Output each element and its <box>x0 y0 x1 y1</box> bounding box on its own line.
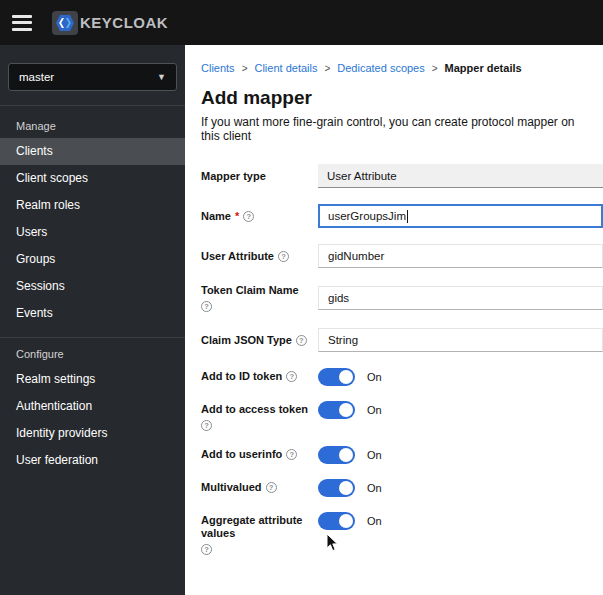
breadcrumb: Clients > Client details > Dedicated sco… <box>201 62 603 74</box>
add-mapper-form: Mapper type User Attribute Name * userGr… <box>201 164 603 595</box>
name-row: Name * userGroupsJim <box>201 204 603 228</box>
toggle-state-label: On <box>367 515 382 527</box>
token-claim-name-label: Token Claim Name <box>201 284 318 312</box>
realm-selector[interactable]: master ▼ <box>8 63 177 91</box>
sidebar-item-users[interactable]: Users <box>0 219 185 246</box>
chevron-down-icon: ▼ <box>157 72 166 82</box>
realm-name: master <box>19 71 54 83</box>
mapper-type-row: Mapper type User Attribute <box>201 164 603 188</box>
sidebar-item-events[interactable]: Events <box>0 300 185 327</box>
breadcrumb-separator: > <box>432 63 438 74</box>
user-attribute-input[interactable]: gidNumber <box>318 244 603 268</box>
help-icon[interactable] <box>286 371 297 382</box>
help-icon[interactable] <box>278 251 289 262</box>
main-content: Clients > Client details > Dedicated sco… <box>185 45 603 595</box>
add-to-id-token-label: Add to ID token <box>201 370 318 383</box>
sidebar-item-identity-providers[interactable]: Identity providers <box>0 420 185 447</box>
name-input[interactable]: userGroupsJim <box>318 204 603 228</box>
multivalued-toggle[interactable] <box>318 479 355 497</box>
sidebar-nav: Manage Clients Client scopes Realm roles… <box>0 105 185 474</box>
help-icon[interactable] <box>201 544 212 555</box>
add-to-userinfo-label: Add to userinfo <box>201 448 318 461</box>
page-subtitle: If you want more fine-grain control, you… <box>201 115 587 143</box>
aggregate-attribute-values-toggle[interactable] <box>318 512 355 530</box>
breadcrumb-client-details[interactable]: Client details <box>254 62 317 74</box>
keycloak-logo-icon <box>52 11 78 35</box>
multivalued-row: Multivalued On <box>201 479 603 497</box>
help-icon[interactable] <box>266 482 277 493</box>
text-caret <box>407 210 408 223</box>
aggregate-attribute-values-label: Aggregate attribute values <box>201 514 318 555</box>
help-icon[interactable] <box>201 420 212 431</box>
toggle-state-label: On <box>367 482 382 494</box>
add-to-id-token-toggle[interactable] <box>318 368 355 386</box>
sidebar-item-client-scopes[interactable]: Client scopes <box>0 165 185 192</box>
add-to-access-token-row: Add to access token On <box>201 401 603 431</box>
nav-section-configure: Configure <box>0 338 185 366</box>
add-to-id-token-row: Add to ID token On <box>201 368 603 386</box>
user-attribute-row: User Attribute gidNumber <box>201 244 603 268</box>
sidebar-item-authentication[interactable]: Authentication <box>0 393 185 420</box>
aggregate-attribute-values-row: Aggregate attribute values On <box>201 512 603 555</box>
toggle-state-label: On <box>367 449 382 461</box>
breadcrumb-separator: > <box>324 63 330 74</box>
help-icon[interactable] <box>296 335 307 346</box>
help-icon[interactable] <box>286 449 297 460</box>
topbar: KEYCLOAK <box>0 0 603 45</box>
hamburger-menu-icon[interactable] <box>12 15 32 31</box>
breadcrumb-separator: > <box>242 63 248 74</box>
keycloak-logo[interactable]: KEYCLOAK <box>52 11 168 35</box>
toggle-state-label: On <box>367 371 382 383</box>
name-label: Name * <box>201 210 318 223</box>
sidebar-item-sessions[interactable]: Sessions <box>0 273 185 300</box>
sidebar-item-groups[interactable]: Groups <box>0 246 185 273</box>
help-icon[interactable] <box>243 211 254 222</box>
toggle-state-label: On <box>367 404 382 416</box>
add-to-access-token-toggle[interactable] <box>318 401 355 419</box>
breadcrumb-dedicated-scopes[interactable]: Dedicated scopes <box>337 62 424 74</box>
token-claim-name-input[interactable]: gids <box>318 286 603 310</box>
claim-json-type-input[interactable]: String <box>318 328 603 352</box>
multivalued-label: Multivalued <box>201 481 318 494</box>
user-attribute-label: User Attribute <box>201 250 318 263</box>
sidebar: master ▼ Manage Clients Client scopes Re… <box>0 45 185 595</box>
page-title: Add mapper <box>201 87 603 109</box>
claim-json-type-row: Claim JSON Type String <box>201 328 603 352</box>
nav-section-manage: Manage <box>0 110 185 138</box>
breadcrumb-clients[interactable]: Clients <box>201 62 235 74</box>
claim-json-type-label: Claim JSON Type <box>201 334 318 347</box>
mapper-type-label: Mapper type <box>201 170 318 183</box>
required-asterisk: * <box>235 210 239 223</box>
sidebar-item-clients[interactable]: Clients <box>0 138 185 165</box>
add-to-access-token-label: Add to access token <box>201 403 318 431</box>
keycloak-logo-text: KEYCLOAK <box>80 14 168 31</box>
add-to-userinfo-toggle[interactable] <box>318 446 355 464</box>
token-claim-name-row: Token Claim Name gids <box>201 284 603 312</box>
help-icon[interactable] <box>201 301 212 312</box>
add-to-userinfo-row: Add to userinfo On <box>201 446 603 464</box>
sidebar-item-realm-settings[interactable]: Realm settings <box>0 366 185 393</box>
sidebar-item-realm-roles[interactable]: Realm roles <box>0 192 185 219</box>
mapper-type-value: User Attribute <box>318 164 603 188</box>
sidebar-item-user-federation[interactable]: User federation <box>0 447 185 474</box>
breadcrumb-mapper-details: Mapper details <box>445 62 522 74</box>
